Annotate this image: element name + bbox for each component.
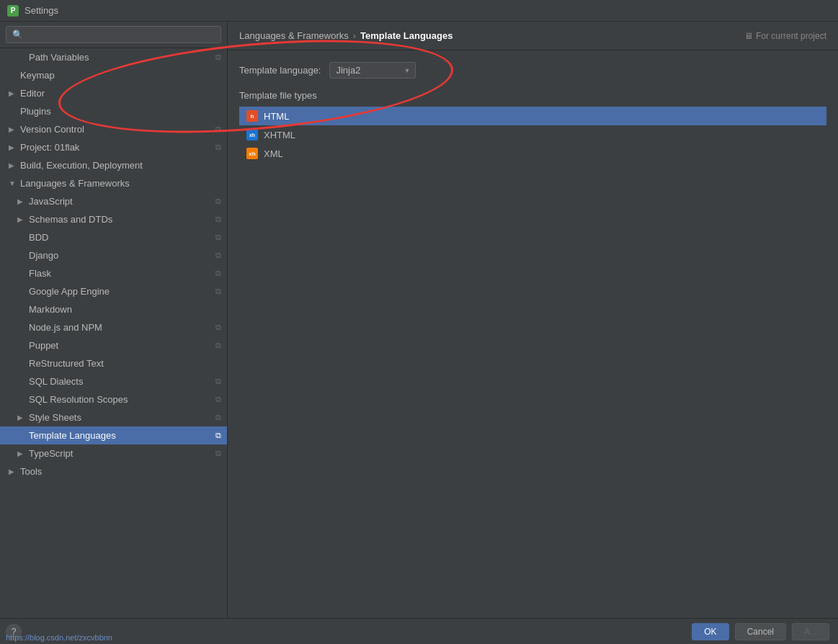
sidebar-label-project: Project: 01flak	[20, 142, 213, 153]
project-icon: 🖥	[744, 31, 753, 41]
copy-icon-flask: ⧉	[215, 269, 221, 278]
sidebar-label-keymap: Keymap	[20, 70, 221, 81]
apply-button[interactable]: A...	[792, 623, 829, 640]
content-area: Languages & Frameworks › Template Langua…	[228, 22, 838, 618]
sidebar-item-sql-resolution[interactable]: SQL Resolution Scopes⧉	[0, 390, 227, 408]
sidebar-item-puppet[interactable]: Puppet⧉	[0, 336, 227, 354]
sidebar-item-bdd[interactable]: BDD⧉	[0, 228, 227, 246]
sidebar-item-flask[interactable]: Flask⧉	[0, 264, 227, 282]
sidebar-label-javascript: JavaScript	[29, 196, 213, 207]
sidebar-label-build: Build, Execution, Deployment	[20, 160, 221, 171]
sidebar-item-markdown[interactable]: Markdown	[0, 300, 227, 318]
sidebar-item-google-app-engine[interactable]: Google App Engine⧉	[0, 282, 227, 300]
template-lang-select[interactable]: Jinja2DjangoNone	[329, 62, 416, 79]
arrow-icon-languages: ▼	[9, 179, 17, 187]
arrow-icon-style-sheets: ▶	[17, 413, 26, 421]
sidebar-item-plugins[interactable]: Plugins	[0, 102, 227, 120]
sidebar-item-typescript[interactable]: ▶TypeScript⧉	[0, 444, 227, 462]
sidebar-label-django: Django	[29, 250, 213, 261]
sidebar-item-path-variables[interactable]: Path Variables⧉	[0, 48, 227, 66]
breadcrumb-item-1: Languages & Frameworks	[239, 30, 349, 41]
sidebar-label-restructured: ReStructured Text	[29, 358, 221, 369]
arrow-icon-version-control: ▶	[9, 125, 17, 133]
copy-icon-path-variables: ⧉	[215, 53, 221, 62]
file-type-item-html[interactable]: hHTML	[239, 107, 826, 125]
sidebar-item-style-sheets[interactable]: ▶Style Sheets⧉	[0, 408, 227, 426]
sidebar-item-languages[interactable]: ▼Languages & Frameworks	[0, 174, 227, 192]
search-input[interactable]	[6, 26, 221, 43]
sidebar-label-tools: Tools	[20, 466, 221, 477]
sidebar-item-project[interactable]: ▶Project: 01flak⧉	[0, 138, 227, 156]
sidebar-label-typescript: TypeScript	[29, 448, 213, 459]
copy-icon-google-app-engine: ⧉	[215, 287, 221, 296]
sidebar-label-path-variables: Path Variables	[29, 52, 213, 63]
sidebar-label-bdd: BDD	[29, 232, 213, 243]
sidebar-label-version-control: Version Control	[20, 124, 213, 135]
sidebar-item-restructured[interactable]: ReStructured Text	[0, 354, 227, 372]
copy-icon-typescript: ⧉	[215, 449, 221, 458]
cancel-button[interactable]: Cancel	[735, 623, 786, 640]
sidebar-label-sql-dialects: SQL Dialects	[29, 376, 213, 387]
arrow-icon-build: ▶	[9, 161, 17, 169]
file-type-label-xml: XML	[264, 148, 283, 159]
copy-icon-django: ⧉	[215, 251, 221, 260]
sidebar-label-markdown: Markdown	[29, 304, 221, 315]
sidebar-item-schemas[interactable]: ▶Schemas and DTDs⧉	[0, 210, 227, 228]
sidebar-item-version-control[interactable]: ▶Version Control⧉	[0, 120, 227, 138]
breadcrumb: Languages & Frameworks › Template Langua…	[239, 30, 453, 41]
copy-icon-sql-resolution: ⧉	[215, 395, 221, 404]
main-layout: Path Variables⧉Keymap▶EditorPlugins▶Vers…	[0, 22, 838, 618]
sidebar-item-django[interactable]: Django⧉	[0, 246, 227, 264]
sidebar-label-puppet: Puppet	[29, 340, 213, 351]
file-type-label-xhtml: XHTML	[264, 130, 295, 140]
section-title: Template file types	[239, 90, 826, 101]
sidebar-item-tools[interactable]: ▶Tools	[0, 462, 227, 480]
sidebar: Path Variables⧉Keymap▶EditorPlugins▶Vers…	[0, 22, 228, 618]
window-title: Settings	[24, 5, 58, 16]
copy-icon-nodejs: ⧉	[215, 323, 221, 332]
copy-icon-bdd: ⧉	[215, 233, 221, 242]
copy-icon-sql-dialects: ⧉	[215, 377, 221, 386]
sidebar-item-nodejs[interactable]: Node.js and NPM⧉	[0, 318, 227, 336]
sidebar-item-build[interactable]: ▶Build, Execution, Deployment	[0, 156, 227, 174]
xhtml-icon: xh	[246, 129, 258, 140]
sidebar-label-template-languages: Template Languages	[29, 430, 213, 441]
breadcrumb-separator: ›	[353, 30, 356, 41]
file-type-item-xhtml[interactable]: xhXHTML	[239, 125, 826, 144]
breadcrumb-item-2: Template Languages	[360, 30, 453, 41]
sidebar-item-javascript[interactable]: ▶JavaScript⧉	[0, 192, 227, 210]
bottom-link: https://blog.csdn.net/zxcvbbnn	[0, 631, 118, 644]
copy-icon-javascript: ⧉	[215, 197, 221, 206]
file-type-label-html: HTML	[264, 111, 289, 122]
sidebar-item-sql-dialects[interactable]: SQL Dialects⧉	[0, 372, 227, 390]
file-types-list: hHTMLxhXHTMLxhXML	[239, 107, 826, 163]
sidebar-label-schemas: Schemas and DTDs	[29, 214, 213, 225]
for-current-project: 🖥 For current project	[744, 31, 826, 41]
copy-icon-version-control: ⧉	[215, 125, 221, 134]
copy-icon-project: ⧉	[215, 143, 221, 152]
sidebar-list: Path Variables⧉Keymap▶EditorPlugins▶Vers…	[0, 48, 227, 618]
search-bar	[0, 22, 227, 48]
sidebar-item-template-languages[interactable]: Template Languages⧉	[0, 426, 227, 444]
sidebar-label-google-app-engine: Google App Engine	[29, 286, 213, 297]
ok-button[interactable]: OK	[692, 623, 728, 640]
arrow-icon-typescript: ▶	[17, 450, 26, 457]
sidebar-label-sql-resolution: SQL Resolution Scopes	[29, 394, 213, 405]
bottom-bar: ? https://blog.csdn.net/zxcvbbnn OK Canc…	[0, 618, 838, 644]
copy-icon-schemas: ⧉	[215, 215, 221, 224]
sidebar-item-keymap[interactable]: Keymap	[0, 66, 227, 84]
sidebar-item-editor[interactable]: ▶Editor	[0, 84, 227, 102]
copy-icon-puppet: ⧉	[215, 341, 221, 350]
template-lang-select-wrapper: Jinja2DjangoNone	[329, 62, 416, 79]
content-body: Template language: Jinja2DjangoNone Temp…	[228, 50, 838, 618]
sidebar-label-flask: Flask	[29, 268, 213, 279]
arrow-icon-editor: ▶	[9, 89, 17, 97]
arrow-icon-schemas: ▶	[17, 215, 26, 223]
file-type-item-xml[interactable]: xhXML	[239, 144, 826, 163]
sidebar-label-nodejs: Node.js and NPM	[29, 322, 213, 333]
xml-icon: xh	[246, 148, 258, 159]
arrow-icon-project: ▶	[9, 143, 17, 151]
content-header: Languages & Frameworks › Template Langua…	[228, 22, 838, 50]
html-icon: h	[246, 110, 258, 122]
arrow-icon-javascript: ▶	[17, 197, 26, 205]
